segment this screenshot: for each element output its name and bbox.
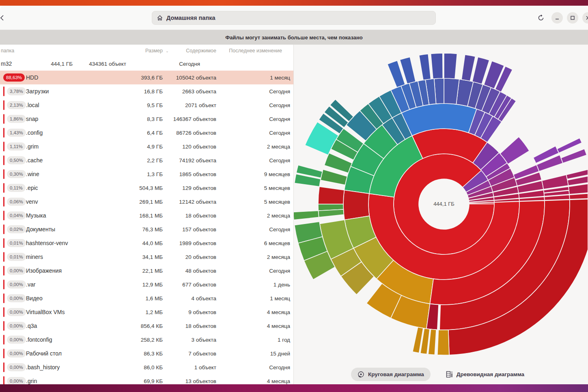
table-row[interactable]: 0,04%Музыка168,1 МБ18 объектов2 месяца xyxy=(0,209,293,222)
rings-chart[interactable]: 444,1 ГБ xyxy=(294,45,588,384)
table-row[interactable]: 1,43%.config6,4 ГБ86726 объектовСегодня xyxy=(0,126,293,140)
minimize-button[interactable] xyxy=(551,12,563,24)
chart-wedge[interactable] xyxy=(318,209,344,217)
chart-wedge[interactable] xyxy=(321,170,347,185)
table-row[interactable]: 3,78%Загрузки16,8 ГБ2663 объектаСегодня xyxy=(0,84,293,98)
folder-modified: 1 день xyxy=(216,282,293,288)
percent-badge: 0,00% xyxy=(7,349,26,358)
percent-badge: 0,01% xyxy=(7,253,26,261)
home-icon xyxy=(157,15,163,21)
chart-wedge[interactable] xyxy=(561,149,586,163)
header-size[interactable]: Размер xyxy=(116,48,163,54)
folder-size: 22,1 МБ xyxy=(116,268,163,274)
folder-contents: 18 объектов xyxy=(172,323,216,329)
chart-wedge[interactable] xyxy=(431,53,443,79)
chart-wedge[interactable] xyxy=(557,138,582,153)
table-row[interactable]: 0,30%.wine1,3 ГБ1865 объектов9 месяцев xyxy=(0,167,293,181)
percent-badge: 0,00% xyxy=(7,280,26,289)
chevron-left-icon xyxy=(0,15,6,21)
folder-name: .grin xyxy=(26,378,116,384)
table-row[interactable]: 0,11%.epic504,3 МБ129 объектов5 месяцев xyxy=(0,181,293,195)
folder-rows: m32444,1 ГБ434361 объектСегодня88,63%HDD… xyxy=(0,57,293,384)
folder-modified: 4 месяца xyxy=(216,323,293,329)
percent-badge: 88,63% xyxy=(3,73,25,82)
folder-modified: Сегодня xyxy=(216,88,293,95)
chart-wedge[interactable] xyxy=(419,54,431,80)
main-content: папка Размер ⌄ Содержимое Последнее изме… xyxy=(0,45,588,384)
table-row[interactable]: 88,63%HDD393,6 ГБ105042 объекта1 месяц xyxy=(0,71,293,84)
usage-bar-tick xyxy=(3,266,4,276)
percent-badge: 0,00% xyxy=(7,267,26,275)
folder-size: 86,3 КБ xyxy=(116,351,163,357)
rings-chart-button[interactable]: Круговая диаграмма xyxy=(351,368,431,381)
header-contents[interactable]: Содержимое xyxy=(172,48,216,54)
usage-bar-tick xyxy=(3,211,4,220)
folder-list-panel: папка Размер ⌄ Содержимое Последнее изме… xyxy=(0,45,294,384)
folder-size: 1,2 МБ xyxy=(116,309,163,315)
folder-modified: 1 месяц xyxy=(216,75,293,81)
table-row[interactable]: 0,00%.grin69,9 КБ13 объектов4 месяца xyxy=(0,374,293,384)
folder-name: venv xyxy=(26,198,116,205)
table-row[interactable]: 1,86%snap8,3 ГБ146367 объектовСегодня xyxy=(0,112,293,126)
header-folder[interactable]: папка xyxy=(0,48,116,54)
percent-badge: 0,00% xyxy=(7,377,26,384)
table-row[interactable]: 0,00%Изображения22,1 МБ48 объектовСегодн… xyxy=(0,264,293,278)
folder-name: .wine xyxy=(26,171,116,177)
table-row[interactable]: 0,50%.cache2,2 ГБ74192 объектаСегодня xyxy=(0,153,293,167)
folder-modified: Сегодня xyxy=(216,364,293,370)
percent-badge: 3,78% xyxy=(7,87,26,95)
percent-badge: 0,00% xyxy=(7,336,26,344)
percent-badge: 0,04% xyxy=(7,211,26,220)
folder-size: 34,1 МБ xyxy=(116,254,163,260)
refresh-button[interactable] xyxy=(535,12,547,24)
maximize-button[interactable] xyxy=(567,12,578,24)
folder-name: hashtensor-venv xyxy=(26,240,116,246)
close-button[interactable] xyxy=(582,12,588,24)
back-button[interactable] xyxy=(0,12,8,24)
folder-name: Документы xyxy=(26,226,116,233)
treemap-chart-button[interactable]: Древовидная диаграмма xyxy=(439,368,531,381)
percent-badge: 0,30% xyxy=(7,170,26,178)
headerbar: Домашняя папка xyxy=(0,6,588,30)
percent-badge: 1,86% xyxy=(7,115,26,123)
chart-wedge[interactable] xyxy=(437,330,449,355)
folder-contents: 9 объектов xyxy=(172,309,216,315)
folder-size: 258,2 КБ xyxy=(116,337,163,343)
table-row[interactable]: 1,11%.grim4,9 ГБ120 объектов2 месяца xyxy=(0,140,293,153)
folder-size: 168,1 МБ xyxy=(116,213,163,219)
table-row[interactable]: 0,06%venv269,1 МБ12142 объекта5 месяцев xyxy=(0,195,293,209)
chart-wedge[interactable] xyxy=(318,187,344,204)
table-row[interactable]: m32444,1 ГБ434361 объектСегодня xyxy=(0,57,293,71)
folder-modified: 15 дней xyxy=(216,351,293,357)
table-row[interactable]: 0,00%Видео1,6 МБ4 объекта1 месяц xyxy=(0,291,293,305)
table-row[interactable]: 0,00%VirtualBox VMs1,2 МБ9 объектов4 мес… xyxy=(0,305,293,319)
chart-wedge[interactable] xyxy=(343,190,369,220)
usage-bar-tick xyxy=(3,224,4,234)
folder-contents: 13 объектов xyxy=(172,378,216,384)
treemap-chart-label: Древовидная диаграмма xyxy=(457,371,524,377)
banner-text: Файлы могут занимать больше места, чем п… xyxy=(225,34,363,41)
table-row[interactable]: 0,00%Рабочий стол86,3 КБ7 объектов15 дне… xyxy=(0,347,293,360)
location-button[interactable]: Домашняя папка xyxy=(152,11,436,25)
usage-bar-tick xyxy=(3,238,4,248)
table-row[interactable]: 0,01%miners34,1 МБ20 объектов2 месяца xyxy=(0,250,293,264)
table-row[interactable]: 0,00%.fontconfig258,2 КБ3 объекта1 год xyxy=(0,333,293,347)
table-row[interactable]: 0,02%Документы76,3 МБ157 объектовСегодня xyxy=(0,222,293,236)
table-row[interactable]: 0,00%.bash_history86,0 КБ1 объектСегодня xyxy=(0,360,293,374)
folder-modified: 1 год xyxy=(216,337,293,343)
folder-size: 4,9 ГБ xyxy=(116,144,163,150)
folder-contents: 146367 объектов xyxy=(172,116,216,122)
table-row[interactable]: 0,01%hashtensor-venv44,0 МБ1989 объектов… xyxy=(0,236,293,250)
table-row[interactable]: 0,00%.q3a856,4 КБ18 объектов4 месяца xyxy=(0,319,293,333)
chart-wedge[interactable] xyxy=(444,78,459,104)
folder-size: 504,3 МБ xyxy=(116,185,163,191)
folder-modified: 5 месяцев xyxy=(216,199,293,205)
table-row[interactable]: 0,00%.var12,9 МБ677 объектов1 день xyxy=(0,278,293,291)
folder-modified: Сегодня xyxy=(216,130,293,136)
folder-name: .epic xyxy=(26,185,116,191)
chart-wedge[interactable] xyxy=(444,53,457,79)
table-row[interactable]: 2,13%.local9,5 ГБ2071 объектСегодня xyxy=(0,98,293,112)
header-modified[interactable]: Последнее изменение xyxy=(216,48,293,54)
chart-wedge[interactable] xyxy=(294,211,319,220)
sort-descending-icon[interactable]: ⌄ xyxy=(163,49,172,53)
